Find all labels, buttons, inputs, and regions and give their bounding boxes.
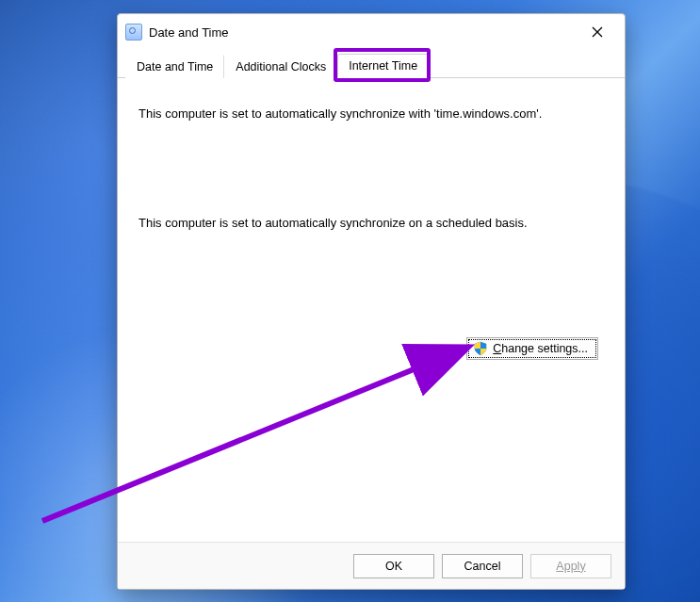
cancel-button[interactable]: Cancel (442, 554, 523, 578)
tab-date-and-time[interactable]: Date and Time (125, 55, 224, 78)
dialog-footer: OK Cancel Apply (118, 542, 625, 589)
tab-additional-clocks[interactable]: Additional Clocks (224, 55, 337, 78)
change-settings-button[interactable]: Change settings... (466, 337, 598, 360)
titlebar: Date and Time (118, 14, 625, 50)
tabstrip: Date and Time Additional Clocks Internet… (118, 50, 625, 78)
uac-shield-icon (473, 341, 488, 356)
close-button[interactable] (576, 18, 619, 46)
ok-button[interactable]: OK (353, 554, 434, 578)
tab-internet-time[interactable]: Internet Time (337, 54, 429, 78)
apply-button: Apply (530, 554, 611, 578)
date-time-icon (125, 24, 142, 41)
sync-message: This computer is set to automatically sy… (138, 105, 572, 123)
window-title: Date and Time (149, 25, 229, 40)
change-settings-label: Change settings... (493, 342, 588, 355)
date-time-dialog: Date and Time Date and Time Additional C… (117, 13, 626, 590)
tab-content: This computer is set to automatically sy… (118, 78, 625, 542)
close-icon (592, 26, 603, 38)
schedule-message: This computer is set to automatically sy… (138, 214, 572, 233)
